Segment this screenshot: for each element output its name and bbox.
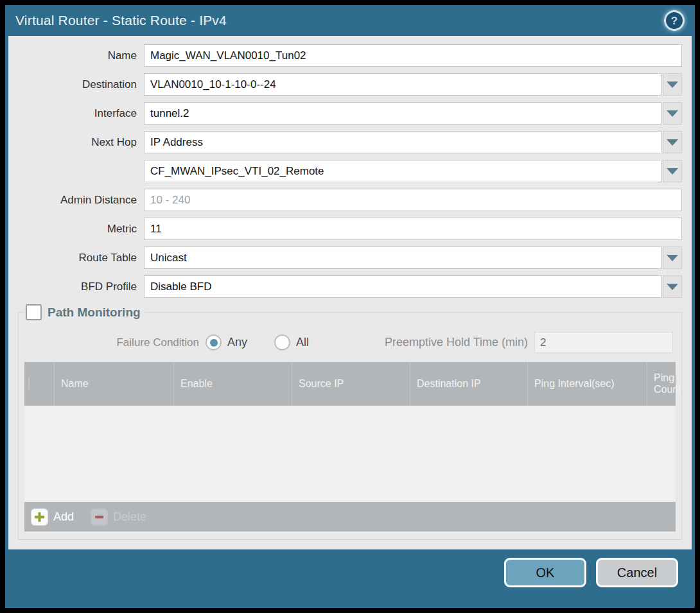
bfd-profile-combo (144, 275, 682, 298)
dialog-footer: OK Cancel (5, 549, 695, 608)
column-header-enable[interactable]: Enable (174, 362, 292, 406)
chevron-down-icon (667, 110, 678, 117)
form-row-interface: Interface (18, 102, 682, 125)
route-table-combo (144, 246, 682, 269)
column-header-source-ip[interactable]: Source IP (292, 362, 410, 406)
table-toolbar: Add Delete (24, 502, 676, 531)
failure-condition-all-radio[interactable] (274, 334, 290, 350)
chevron-down-icon (667, 139, 678, 146)
interface-input[interactable] (144, 102, 661, 125)
metric-label: Metric (18, 223, 144, 236)
next-hop-type-input[interactable] (144, 131, 661, 153)
next-hop-label: Next Hop (18, 136, 144, 149)
table-header-row: Name Enable Source IP Destination IP Pin… (24, 362, 676, 406)
failure-condition-label: Failure Condition (24, 336, 206, 349)
preemptive-hold-time-label: Preemptive Hold Time (min) (385, 336, 534, 349)
dialog-titlebar: Virtual Router - Static Route - IPv4 ? (5, 5, 695, 36)
failure-condition-row: Failure Condition Any All Preemptive Hol… (24, 332, 673, 353)
delete-button-label: Delete (113, 510, 146, 524)
preemptive-hold-time-input[interactable] (534, 332, 673, 353)
failure-condition-any-label: Any (227, 336, 247, 349)
column-header-ping-interval[interactable]: Ping Interval(sec) (528, 362, 647, 406)
admin-distance-input[interactable] (144, 189, 682, 211)
plus-icon (31, 508, 48, 526)
route-table-input[interactable] (144, 246, 661, 269)
interface-combo (144, 102, 682, 125)
interface-dropdown-button[interactable] (663, 102, 682, 125)
form-row-next-hop: Next Hop (18, 131, 682, 153)
dialog-window: Virtual Router - Static Route - IPv4 ? N… (5, 5, 695, 608)
delete-button[interactable]: Delete (91, 508, 146, 526)
form-row-name: Name (18, 44, 682, 67)
failure-condition-any-radio[interactable] (206, 334, 222, 350)
cancel-button[interactable]: Cancel (596, 558, 678, 587)
bfd-profile-input[interactable] (144, 275, 661, 298)
dialog-title: Virtual Router - Static Route - IPv4 (15, 13, 664, 28)
path-monitoring-checkbox[interactable] (26, 304, 42, 320)
minus-icon (91, 508, 108, 526)
chevron-down-icon (667, 284, 678, 290)
path-monitoring-title: Path Monitoring (48, 306, 141, 320)
form-row-destination: Destination (18, 73, 682, 96)
add-button[interactable]: Add (31, 508, 74, 526)
route-table-label: Route Table (18, 252, 144, 264)
path-monitoring-legend: Path Monitoring (24, 304, 144, 320)
select-all-header-cell (24, 362, 55, 406)
failure-condition-all-label: All (296, 336, 309, 349)
metric-input[interactable] (144, 218, 682, 240)
form-row-bfd-profile: BFD Profile (18, 275, 682, 298)
radio-dot (210, 339, 218, 347)
path-monitoring-section: Path Monitoring Failure Condition Any Al… (18, 304, 682, 540)
column-header-name[interactable]: Name (55, 362, 174, 406)
column-header-destination-ip[interactable]: Destination IP (410, 362, 528, 406)
interface-label: Interface (18, 107, 144, 120)
route-table-dropdown-button[interactable] (663, 246, 682, 269)
table-empty-body (24, 406, 676, 502)
help-icon[interactable]: ? (664, 10, 685, 31)
select-all-checkbox[interactable] (28, 377, 30, 390)
chevron-down-icon (667, 255, 678, 261)
admin-distance-label: Admin Distance (18, 194, 144, 207)
chevron-down-icon (667, 168, 678, 175)
destination-input[interactable] (144, 73, 661, 96)
ok-button[interactable]: OK (504, 558, 586, 587)
next-hop-type-combo (144, 131, 682, 153)
form-row-admin-distance: Admin Distance (18, 189, 682, 211)
chevron-down-icon (667, 82, 678, 88)
path-monitoring-table: Name Enable Source IP Destination IP Pin… (24, 362, 676, 406)
destination-dropdown-button[interactable] (663, 73, 682, 96)
next-hop-address-dropdown-button[interactable] (663, 160, 682, 182)
add-button-label: Add (53, 510, 74, 524)
name-label: Name (18, 49, 144, 62)
form-row-metric: Metric (18, 218, 682, 240)
name-input[interactable] (144, 44, 682, 67)
column-header-ping-count[interactable]: Ping Count (647, 362, 676, 406)
next-hop-type-dropdown-button[interactable] (663, 131, 682, 153)
next-hop-address-input[interactable] (144, 160, 661, 182)
bfd-profile-label: BFD Profile (18, 281, 144, 293)
next-hop-address-combo (144, 160, 682, 182)
form-row-next-hop-address (18, 160, 682, 182)
destination-label: Destination (18, 78, 144, 91)
form-row-route-table: Route Table (18, 246, 682, 269)
bfd-profile-dropdown-button[interactable] (663, 275, 682, 298)
destination-combo (144, 73, 682, 96)
dialog-content: Name Destination Interface Next Hop (8, 36, 692, 549)
